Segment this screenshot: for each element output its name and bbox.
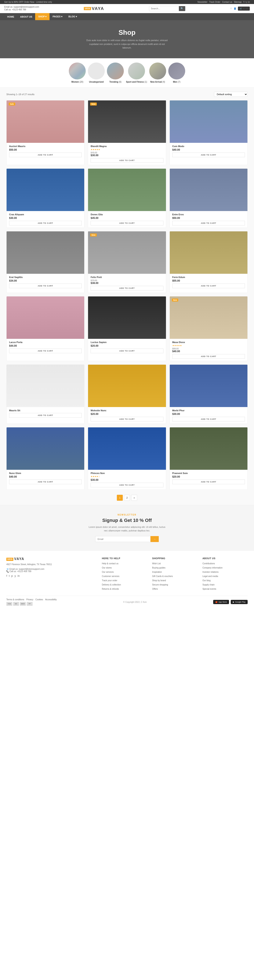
account-icon[interactable]: 👤 xyxy=(234,7,236,10)
page-1-button[interactable]: 1 xyxy=(117,495,123,501)
footer-pinterest-link[interactable]: p xyxy=(11,574,13,578)
footer-twitter-link[interactable]: t xyxy=(9,574,10,578)
add-to-cart-button[interactable]: ADD TO CART xyxy=(9,348,82,353)
footer-accessibility-link[interactable]: Accessibility xyxy=(45,598,57,601)
nav-blog[interactable]: BLOG ▾ xyxy=(65,13,80,20)
add-to-cart-button[interactable]: ADD TO CART xyxy=(90,348,163,353)
footer-cookies-link[interactable]: Cookies xyxy=(35,598,43,601)
add-to-cart-button[interactable]: ADD TO CART xyxy=(172,283,245,288)
sort-select[interactable]: Default sorting Sort by popularity Sort … xyxy=(214,92,248,97)
footer-brand-col: VAYA VAYA 4927 Florence Street, Arlingto… xyxy=(6,557,97,592)
header-icons: ♡ 👤 🛒 €0.00 xyxy=(230,6,250,11)
product-name: Auctori Mauris xyxy=(9,145,82,148)
category-trending[interactable]: Trending (6) xyxy=(107,62,124,83)
nav-home[interactable]: HOME xyxy=(4,13,17,20)
sitemap-link[interactable]: Sitemap xyxy=(234,1,242,3)
footer-shopping-link-5[interactable]: Secure shopping xyxy=(152,584,168,586)
add-to-cart-button[interactable]: ADD TO CART xyxy=(172,354,245,359)
product-info: Felis Preti $70.00 $38.00 ADD TO CART xyxy=(88,274,166,293)
product-card: Cras Aliquam $30.00 ADD TO CART xyxy=(6,169,84,228)
product-card: New Felis Preti $70.00 $38.00 ADD TO CAR… xyxy=(88,231,166,293)
footer-help-link-4[interactable]: Track your order xyxy=(102,579,117,582)
footer-youtube-link[interactable]: y xyxy=(14,574,16,578)
footer-help-link-0[interactable]: Help & contact us xyxy=(102,562,118,565)
footer-help-link-5[interactable]: Delivery & collection xyxy=(102,584,121,586)
newsletter-link[interactable]: Newsletter xyxy=(197,1,208,3)
add-to-cart-button[interactable]: ADD TO CART xyxy=(172,417,245,422)
add-to-cart-button[interactable]: ADD TO CART xyxy=(9,413,82,418)
cart-button[interactable]: 🛒 €0.00 xyxy=(238,6,250,11)
footer-shopping-link-3[interactable]: Gift Cards & vouchers xyxy=(152,575,173,578)
footer-about-link-1[interactable]: Company information xyxy=(202,566,222,569)
google-play-button[interactable]: ▶ Google Play xyxy=(231,600,248,604)
app-badges: 🍎 App Store ▶ Google Play xyxy=(213,600,248,604)
footer-instagram-link[interactable]: in xyxy=(17,574,20,578)
add-to-cart-button[interactable]: ADD TO CART xyxy=(90,417,163,422)
footer-shopping-link-6[interactable]: Offers xyxy=(152,588,158,590)
footer-shopping-link-4[interactable]: Shop by brand xyxy=(152,579,166,582)
category-new-arrival[interactable]: New Arrival (4) xyxy=(149,62,166,83)
footer-about-link-6[interactable]: Special events xyxy=(202,588,216,590)
page-next-button[interactable]: » xyxy=(131,495,137,501)
newsletter-submit-button[interactable]: → xyxy=(151,536,159,542)
contact-us-link[interactable]: Contact us xyxy=(222,1,232,3)
youtube-icon[interactable]: y xyxy=(246,1,247,3)
footer-terms-link[interactable]: Terms & conditions xyxy=(6,598,24,601)
header: Email us: support@storesupport.com Call … xyxy=(0,4,254,13)
add-to-cart-button[interactable]: ADD TO CART xyxy=(9,283,82,288)
add-to-cart-button[interactable]: ADD TO CART xyxy=(90,221,163,226)
logo[interactable]: VAYA VAYA xyxy=(84,6,104,11)
shop-content: Showing 1–18 of 27 results Default sorti… xyxy=(0,88,254,505)
add-to-cart-button[interactable]: ADD TO CART xyxy=(9,221,82,226)
add-to-cart-button[interactable]: ADD TO CART xyxy=(172,153,245,157)
add-to-cart-button[interactable]: ADD TO CART xyxy=(90,286,163,291)
product-name: Cum Modo xyxy=(172,145,245,148)
category-women[interactable]: Women (20) xyxy=(69,62,86,83)
product-stars: ★★★★★ xyxy=(172,344,245,347)
search-button[interactable]: 🔍 xyxy=(179,6,185,11)
shop-toolbar: Showing 1–18 of 27 results Default sorti… xyxy=(6,92,248,97)
footer-privacy-link[interactable]: Privacy xyxy=(26,598,33,601)
add-to-cart-button[interactable]: ADD TO CART xyxy=(9,153,82,157)
add-to-cart-button[interactable]: ADD TO CART xyxy=(172,479,245,484)
footer-about-link-0[interactable]: Contributions xyxy=(202,562,215,565)
search-input[interactable] xyxy=(149,6,179,11)
product-info: Cras Aliquam $30.00 ADD TO CART xyxy=(6,211,84,228)
category-men[interactable]: Men (7) xyxy=(168,62,185,83)
footer-address: 4927 Florence Street, Arlington, TX Texa… xyxy=(6,563,97,566)
category-sport[interactable]: Sport and Fitness (1) xyxy=(126,62,147,83)
newsletter-email-input[interactable] xyxy=(95,536,151,542)
footer-about-link-4[interactable]: Our blog xyxy=(202,579,210,582)
category-uncategorized[interactable]: Uncategorized xyxy=(88,62,105,83)
add-to-cart-button[interactable]: ADD TO CART xyxy=(90,483,163,487)
footer-shopping-link-0[interactable]: Wish List xyxy=(152,562,161,565)
page-2-button[interactable]: 2 xyxy=(124,495,130,501)
footer-help-link-2[interactable]: Our services xyxy=(102,571,114,573)
footer-facebook-link[interactable]: f xyxy=(6,574,7,578)
nav-about[interactable]: ABOUT US xyxy=(17,13,35,20)
product-image xyxy=(170,231,248,274)
add-to-cart-button[interactable]: ADD TO CART xyxy=(172,221,245,226)
footer-help-link-3[interactable]: Customer services xyxy=(102,575,119,578)
product-name: Felis Preti xyxy=(90,276,163,278)
nav-pages[interactable]: PAGES ▾ xyxy=(49,13,65,20)
twitter-icon[interactable]: t xyxy=(245,1,245,3)
footer-help-link-1[interactable]: Our stores xyxy=(102,566,112,569)
nav-shop[interactable]: SHOP ▾ xyxy=(35,13,49,20)
add-to-cart-button[interactable]: ADD TO CART xyxy=(90,158,163,163)
footer-about-link-2[interactable]: Investor relations xyxy=(202,571,218,573)
footer-shopping-link-2[interactable]: Inspiration xyxy=(152,571,162,573)
add-to-cart-button[interactable]: ADD TO CART xyxy=(9,479,82,484)
facebook-icon[interactable]: f xyxy=(243,1,244,3)
app-store-button[interactable]: 🍎 App Store xyxy=(213,600,229,604)
instagram-icon[interactable]: in xyxy=(248,1,250,3)
footer-about-link-5[interactable]: Supply chain xyxy=(202,584,214,586)
track-order-link[interactable]: Track Order xyxy=(209,1,220,3)
footer-help-link-6[interactable]: Returns & refunds xyxy=(102,588,119,590)
product-card: Ferm Edum $55.00 ADD TO CART xyxy=(170,231,248,293)
footer-about-link-3[interactable]: Legal and media xyxy=(202,575,218,578)
social-icons: f t y in xyxy=(243,1,250,3)
footer-shopping-link-1[interactable]: Buying guides xyxy=(152,566,165,569)
product-info: Mauris Sit ADD TO CART xyxy=(6,407,84,420)
wishlist-icon[interactable]: ♡ xyxy=(230,7,232,10)
